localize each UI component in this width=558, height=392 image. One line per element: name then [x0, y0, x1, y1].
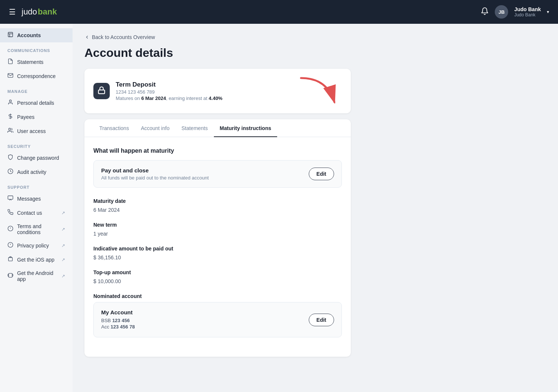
payout-desc: All funds will be paid out to the nomina…	[101, 175, 209, 181]
sidebar-item-messages[interactable]: Messages	[0, 192, 73, 206]
external-link-icon: ↗	[61, 210, 65, 216]
new-term-field: New term 1 year	[93, 222, 342, 237]
sidebar-android-app-label: Get the Android app	[17, 270, 58, 282]
svg-rect-0	[8, 32, 13, 37]
matures-date: 6 Mar 2024	[141, 95, 166, 101]
sidebar-contact-us-label: Contact us	[17, 210, 58, 216]
payout-info: Pay out and close All funds will be paid…	[101, 167, 209, 181]
sidebar-accounts-label: Accounts	[17, 32, 65, 38]
privacy-icon	[7, 242, 13, 249]
svg-rect-5	[8, 196, 13, 199]
nominated-bsb: BSB 123 456	[101, 318, 135, 323]
logo[interactable]: judobank	[22, 7, 57, 17]
acc-prefix: Acc	[101, 324, 110, 330]
person-icon	[7, 99, 13, 107]
account-name: Term Deposit	[116, 81, 291, 88]
user-name: Judo Bank	[514, 6, 541, 12]
tab-account-info[interactable]: Account info	[135, 119, 176, 137]
chevron-down-icon[interactable]: ▾	[547, 9, 549, 14]
nominated-account-info: My Account BSB 123 456 Acc 123 456 78	[101, 309, 135, 330]
account-matures: Matures on 6 Mar 2024, earning interest …	[116, 95, 291, 101]
sidebar: Accounts COMMUNICATIONS Statements Corre…	[0, 24, 73, 392]
tabs-bar: Transactions Account info Statements Mat…	[84, 119, 351, 137]
sidebar-payees-label: Payees	[17, 114, 65, 120]
correspondence-icon	[7, 72, 13, 80]
nav-left: ☰ judobank	[9, 7, 57, 17]
topup-amount-label: Top-up amount	[93, 269, 342, 275]
sidebar-item-audit-activity[interactable]: Audit activity	[0, 165, 73, 179]
sidebar-messages-label: Messages	[17, 196, 65, 202]
terms-icon	[7, 226, 13, 233]
bell-icon[interactable]	[481, 7, 489, 17]
back-link[interactable]: Back to Accounts Overview	[84, 34, 351, 40]
sidebar-item-statements[interactable]: Statements	[0, 55, 73, 69]
security-section-label: SECURITY	[0, 138, 73, 151]
sidebar-item-change-password[interactable]: Change password	[0, 151, 73, 165]
logo-judo: judo	[22, 7, 37, 17]
lock-icon	[97, 86, 106, 96]
tabs-panel: Transactions Account info Statements Mat…	[84, 119, 351, 357]
sidebar-item-contact-us[interactable]: Contact us ↗	[0, 206, 73, 220]
sidebar-item-terms[interactable]: Terms and conditions ↗	[0, 220, 73, 239]
svg-rect-12	[9, 257, 13, 261]
svg-point-1	[9, 100, 11, 102]
sidebar-terms-label: Terms and conditions	[17, 223, 58, 235]
sidebar-personal-details-label: Personal details	[17, 100, 65, 106]
shield-icon	[7, 154, 13, 162]
new-term-value: 1 year	[93, 231, 342, 237]
nominated-edit-button[interactable]: Edit	[309, 314, 334, 326]
matures-prefix: Matures on	[116, 95, 141, 101]
sidebar-ios-app-label: Get the iOS app	[17, 257, 58, 263]
main-layout: Accounts COMMUNICATIONS Statements Corre…	[0, 24, 558, 392]
svg-point-3	[9, 128, 10, 130]
maturity-content: What will happen at maturity Pay out and…	[84, 137, 351, 357]
payout-card: Pay out and close All funds will be paid…	[93, 160, 342, 188]
new-term-label: New term	[93, 222, 342, 228]
nominated-account-field: Nominated account My Account BSB 123 456…	[93, 293, 342, 337]
maturity-date-label: Maturity date	[93, 198, 342, 204]
main-content: Back to Accounts Overview Account detail…	[73, 24, 558, 392]
sidebar-item-ios-app[interactable]: Get the iOS app ↗	[0, 253, 73, 267]
phone-icon	[7, 209, 13, 217]
sidebar-item-payees[interactable]: Payees	[0, 110, 73, 124]
dollar-icon	[7, 113, 13, 121]
matures-suffix: , earning interest at	[166, 95, 209, 101]
back-link-text: Back to Accounts Overview	[92, 34, 155, 40]
payout-edit-button[interactable]: Edit	[309, 168, 334, 180]
svg-rect-14	[99, 90, 105, 94]
account-number: 1234 123 456 789	[116, 89, 291, 95]
statements-icon	[7, 58, 13, 66]
topup-amount-value: $ 10,000.00	[93, 278, 342, 284]
terms-external-icon: ↗	[61, 227, 65, 232]
indicative-amount-value: $ 36,156.10	[93, 255, 342, 260]
indicative-amount-field: Indicative amount to be paid out $ 36,15…	[93, 246, 342, 260]
sidebar-item-android-app[interactable]: Get the Android app ↗	[0, 267, 73, 285]
tab-statements[interactable]: Statements	[176, 119, 214, 137]
account-card: Term Deposit 1234 123 456 789 Matures on…	[84, 69, 351, 113]
tab-transactions[interactable]: Transactions	[93, 119, 135, 137]
support-section-label: SUPPORT	[0, 179, 73, 192]
hamburger-icon[interactable]: ☰	[9, 7, 16, 16]
sidebar-statements-label: Statements	[17, 59, 65, 65]
account-icon-wrap	[93, 83, 110, 99]
accounts-icon	[7, 32, 13, 39]
avatar[interactable]: JB	[495, 5, 508, 19]
sidebar-item-personal-details[interactable]: Personal details	[0, 96, 73, 110]
sidebar-item-user-access[interactable]: User access	[0, 124, 73, 138]
android-external-icon: ↗	[61, 273, 65, 279]
sidebar-item-privacy[interactable]: Privacy policy ↗	[0, 239, 73, 253]
nav-right: JB Judo Bank Judo Bank ▾	[481, 5, 549, 19]
tab-maturity-instructions[interactable]: Maturity instructions	[214, 119, 277, 137]
android-icon	[7, 272, 13, 280]
maturity-date-value: 6 Mar 2024	[93, 207, 342, 213]
top-nav: ☰ judobank JB Judo Bank Judo Bank ▾	[0, 0, 558, 24]
payout-title: Pay out and close	[101, 167, 209, 174]
sidebar-item-correspondence[interactable]: Correspondence	[0, 69, 73, 83]
nominated-account-card: My Account BSB 123 456 Acc 123 456 78 Ed…	[93, 302, 342, 337]
sidebar-privacy-label: Privacy policy	[17, 243, 58, 249]
users-icon	[7, 127, 13, 135]
interest-rate: 4.40%	[209, 95, 222, 101]
sidebar-item-accounts[interactable]: Accounts	[0, 28, 73, 42]
nominated-account-label: Nominated account	[93, 293, 342, 299]
communications-section-label: COMMUNICATIONS	[0, 42, 73, 55]
